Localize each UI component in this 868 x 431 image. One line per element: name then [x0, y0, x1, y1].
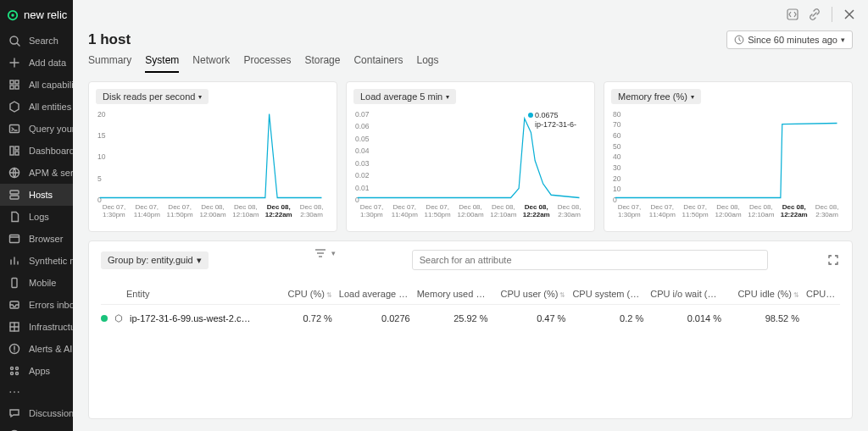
nav-label: Mobile — [29, 278, 56, 288]
nav-label: Alerts & AI — [29, 344, 72, 354]
sidebar-more[interactable]: ⋯ — [0, 382, 73, 402]
nav-label: Errors inbox — [29, 300, 73, 310]
topbar — [73, 0, 868, 22]
chart-title-pill[interactable]: Memory free (%)▾ — [611, 89, 701, 104]
nav-label: Logs — [29, 212, 49, 222]
chevron-down-icon: ▾ — [446, 93, 449, 101]
x-tick: Dec 08,12:22am — [262, 204, 295, 219]
col-header[interactable]: CPU system (%)⇅ — [569, 284, 647, 305]
x-axis-labels: Dec 07,1:30pmDec 07,11:40pmDec 07,11:50p… — [611, 204, 845, 219]
nav-label: Apps — [29, 366, 50, 376]
search-icon — [8, 35, 20, 47]
tab-logs[interactable]: Logs — [416, 49, 438, 73]
expand-icon[interactable] — [826, 253, 840, 267]
dashboard-icon — [8, 145, 20, 157]
cell-load: 0.0276 — [336, 305, 414, 333]
sidebar-item-apm-services[interactable]: APM & services — [0, 162, 73, 184]
brand-logo[interactable]: new relic — [0, 0, 73, 30]
col-header[interactable]: Load average 1 ...⇅ — [336, 284, 414, 305]
svg-rect-8 — [10, 146, 14, 155]
x-tick: Dec 08,12:00am — [454, 204, 487, 219]
server-icon — [8, 189, 20, 201]
sidebar-item-search[interactable]: Search — [0, 30, 73, 52]
grid-icon — [8, 79, 20, 91]
svg-text:5: 5 — [97, 174, 102, 183]
svg-text:0.05: 0.05 — [355, 134, 370, 143]
nav-label: Synthetic monitoring — [29, 256, 73, 266]
svg-point-19 — [11, 367, 14, 370]
chart-body[interactable]: 80706050403020100 — [611, 109, 845, 202]
share-embed-icon[interactable] — [786, 8, 799, 21]
x-tick: Dec 07,11:50pm — [421, 204, 454, 219]
chart-body[interactable]: 0.0675ip-172-31-6- 0.070.060.050.040.030… — [353, 109, 587, 202]
tab-summary[interactable]: Summary — [88, 49, 131, 73]
col-header[interactable]: CPU (%)⇅ — [258, 284, 336, 305]
cell-cpuidle: 98.52 % — [725, 305, 803, 333]
x-tick: Dec 08,12:00am — [197, 204, 230, 219]
time-picker[interactable]: Since 60 minutes ago ▾ — [726, 30, 853, 49]
tab-processes[interactable]: Processes — [243, 49, 291, 73]
alert-icon — [8, 343, 20, 355]
x-tick: Dec 07,11:40pm — [388, 204, 421, 219]
sidebar-item-errors-inbox[interactable]: Errors inbox — [0, 294, 73, 316]
close-icon[interactable] — [843, 8, 856, 21]
permalink-icon[interactable] — [808, 8, 821, 21]
apps-icon — [8, 365, 20, 377]
tab-network[interactable]: Network — [192, 49, 230, 73]
sidebar-item-logs[interactable]: Logs — [0, 206, 73, 228]
col-header[interactable]: CPU i/o wait (%)⇅ — [647, 284, 725, 305]
col-header[interactable]: Memory used (%)⇅ — [414, 284, 492, 305]
attribute-search-input[interactable] — [412, 250, 768, 270]
tab-containers[interactable]: Containers — [353, 49, 403, 73]
svg-rect-4 — [15, 80, 19, 84]
groupby-pill[interactable]: Group by: entity.guid ▾ — [101, 251, 209, 269]
sidebar-bottom-discussions[interactable]: Discussions — [0, 402, 73, 424]
chart-title-pill[interactable]: Disk reads per second▾ — [96, 89, 209, 104]
svg-rect-10 — [15, 152, 19, 155]
mobile-icon — [8, 277, 20, 289]
tab-storage[interactable]: Storage — [304, 49, 340, 73]
tab-system[interactable]: System — [145, 49, 179, 73]
tooltip: 0.0675ip-172-31-6- — [528, 111, 576, 130]
svg-rect-14 — [10, 235, 19, 243]
filter-sort-icons[interactable]: ▾ — [314, 248, 336, 258]
chart-title-pill[interactable]: Load average 5 min▾ — [353, 89, 456, 104]
col-header[interactable]: CPU idle (%)⇅ — [725, 284, 803, 305]
sidebar-nav: SearchAdd dataAll capabilitiesAll entiti… — [0, 30, 73, 382]
newrelic-icon — [7, 9, 19, 21]
sidebar-item-hosts[interactable]: Hosts — [0, 184, 73, 206]
col-header[interactable]: Entity — [101, 284, 258, 305]
chevron-down-icon: ▾ — [331, 249, 336, 257]
x-tick: Dec 07,11:40pm — [131, 204, 164, 219]
sidebar-item-infrastructure[interactable]: Infrastructure — [0, 316, 73, 338]
svg-text:0.03: 0.03 — [355, 158, 370, 168]
col-header[interactable]: CPU ste — [803, 284, 840, 305]
cell-cpu: 0.72 % — [258, 305, 336, 333]
x-tick: Dec 07,1:30pm — [613, 204, 646, 219]
sidebar-item-browser[interactable]: Browser — [0, 228, 73, 250]
sidebar-item-dashboards[interactable]: Dashboards — [0, 140, 73, 162]
entity-name: ip-172-31-6-99.us-west-2.compute.int… — [130, 313, 254, 323]
sidebar-item-synthetic-monitoring[interactable]: Synthetic monitoring — [0, 250, 73, 272]
hosts-table-section: Group by: entity.guid ▾ ▾ EntityCPU (%)⇅… — [88, 240, 853, 419]
svg-point-21 — [11, 373, 14, 375]
nav-label: Browser — [29, 234, 63, 244]
sidebar-item-all-entities[interactable]: All entities — [0, 96, 73, 118]
sidebar-bottom-help[interactable]: Help — [0, 424, 73, 431]
svg-rect-13 — [10, 196, 19, 199]
sidebar-item-mobile[interactable]: Mobile — [0, 272, 73, 294]
svg-text:0.02: 0.02 — [355, 171, 370, 180]
table-row[interactable]: ip-172-31-6-99.us-west-2.compute.int… 0.… — [101, 305, 840, 333]
sidebar-item-add-data[interactable]: Add data — [0, 52, 73, 74]
svg-text:15: 15 — [97, 131, 106, 141]
svg-text:0.06: 0.06 — [355, 122, 370, 131]
sidebar-item-query-your-data[interactable]: Query your data — [0, 118, 73, 140]
sidebar-item-all-capabilities[interactable]: All capabilities — [0, 74, 73, 96]
sidebar-item-apps[interactable]: Apps — [0, 360, 73, 382]
sidebar-item-alerts-ai[interactable]: Alerts & AI — [0, 338, 73, 360]
hosts-table: EntityCPU (%)⇅Load average 1 ...⇅Memory … — [101, 284, 840, 332]
x-tick: Dec 07,11:50pm — [679, 204, 712, 219]
page-header: 1 host Since 60 minutes ago ▾ SummarySys… — [73, 22, 868, 73]
chart-body[interactable]: 20151050 — [96, 109, 330, 202]
col-header[interactable]: CPU user (%)⇅ — [492, 284, 570, 305]
